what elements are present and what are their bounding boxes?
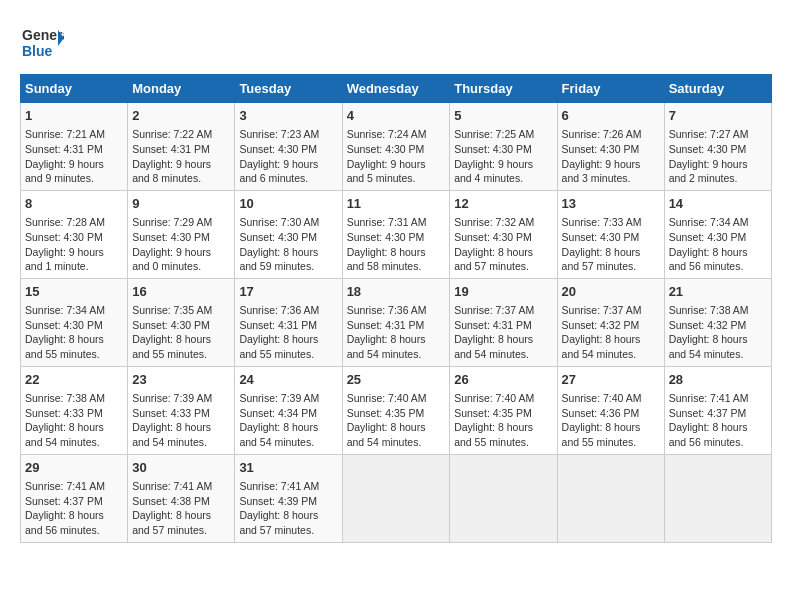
calendar-cell: 3Sunrise: 7:23 AMSunset: 4:30 PMDaylight… <box>235 103 342 191</box>
calendar-cell: 21Sunrise: 7:38 AMSunset: 4:32 PMDayligh… <box>664 278 771 366</box>
calendar-week-2: 8Sunrise: 7:28 AMSunset: 4:30 PMDaylight… <box>21 190 772 278</box>
calendar-cell: 24Sunrise: 7:39 AMSunset: 4:34 PMDayligh… <box>235 366 342 454</box>
calendar-cell: 4Sunrise: 7:24 AMSunset: 4:30 PMDaylight… <box>342 103 450 191</box>
header-cell-thursday: Thursday <box>450 75 557 103</box>
header-cell-sunday: Sunday <box>21 75 128 103</box>
calendar-cell: 20Sunrise: 7:37 AMSunset: 4:32 PMDayligh… <box>557 278 664 366</box>
header-cell-friday: Friday <box>557 75 664 103</box>
calendar-cell <box>342 454 450 542</box>
calendar-cell <box>450 454 557 542</box>
logo: GeneralBlue <box>20 20 64 64</box>
page-header: GeneralBlue <box>20 20 772 64</box>
calendar-cell: 19Sunrise: 7:37 AMSunset: 4:31 PMDayligh… <box>450 278 557 366</box>
calendar-cell: 8Sunrise: 7:28 AMSunset: 4:30 PMDaylight… <box>21 190 128 278</box>
calendar-cell: 15Sunrise: 7:34 AMSunset: 4:30 PMDayligh… <box>21 278 128 366</box>
calendar-cell: 31Sunrise: 7:41 AMSunset: 4:39 PMDayligh… <box>235 454 342 542</box>
calendar-week-1: 1Sunrise: 7:21 AMSunset: 4:31 PMDaylight… <box>21 103 772 191</box>
calendar-cell: 29Sunrise: 7:41 AMSunset: 4:37 PMDayligh… <box>21 454 128 542</box>
calendar-cell: 11Sunrise: 7:31 AMSunset: 4:30 PMDayligh… <box>342 190 450 278</box>
calendar-cell: 17Sunrise: 7:36 AMSunset: 4:31 PMDayligh… <box>235 278 342 366</box>
calendar-cell: 7Sunrise: 7:27 AMSunset: 4:30 PMDaylight… <box>664 103 771 191</box>
header-cell-tuesday: Tuesday <box>235 75 342 103</box>
svg-text:General: General <box>22 27 64 43</box>
header-cell-wednesday: Wednesday <box>342 75 450 103</box>
calendar-cell: 2Sunrise: 7:22 AMSunset: 4:31 PMDaylight… <box>128 103 235 191</box>
calendar-week-5: 29Sunrise: 7:41 AMSunset: 4:37 PMDayligh… <box>21 454 772 542</box>
calendar-cell: 30Sunrise: 7:41 AMSunset: 4:38 PMDayligh… <box>128 454 235 542</box>
calendar-cell: 5Sunrise: 7:25 AMSunset: 4:30 PMDaylight… <box>450 103 557 191</box>
header-cell-monday: Monday <box>128 75 235 103</box>
calendar-cell: 26Sunrise: 7:40 AMSunset: 4:35 PMDayligh… <box>450 366 557 454</box>
calendar-cell: 22Sunrise: 7:38 AMSunset: 4:33 PMDayligh… <box>21 366 128 454</box>
calendar-cell: 25Sunrise: 7:40 AMSunset: 4:35 PMDayligh… <box>342 366 450 454</box>
calendar-cell: 14Sunrise: 7:34 AMSunset: 4:30 PMDayligh… <box>664 190 771 278</box>
calendar-cell: 18Sunrise: 7:36 AMSunset: 4:31 PMDayligh… <box>342 278 450 366</box>
calendar-cell: 13Sunrise: 7:33 AMSunset: 4:30 PMDayligh… <box>557 190 664 278</box>
calendar-cell: 1Sunrise: 7:21 AMSunset: 4:31 PMDaylight… <box>21 103 128 191</box>
calendar-cell: 28Sunrise: 7:41 AMSunset: 4:37 PMDayligh… <box>664 366 771 454</box>
calendar-table: SundayMondayTuesdayWednesdayThursdayFrid… <box>20 74 772 543</box>
logo-svg: GeneralBlue <box>20 20 64 64</box>
header-row: SundayMondayTuesdayWednesdayThursdayFrid… <box>21 75 772 103</box>
calendar-cell: 27Sunrise: 7:40 AMSunset: 4:36 PMDayligh… <box>557 366 664 454</box>
calendar-cell: 12Sunrise: 7:32 AMSunset: 4:30 PMDayligh… <box>450 190 557 278</box>
calendar-cell: 6Sunrise: 7:26 AMSunset: 4:30 PMDaylight… <box>557 103 664 191</box>
calendar-cell: 23Sunrise: 7:39 AMSunset: 4:33 PMDayligh… <box>128 366 235 454</box>
calendar-cell: 10Sunrise: 7:30 AMSunset: 4:30 PMDayligh… <box>235 190 342 278</box>
calendar-cell: 9Sunrise: 7:29 AMSunset: 4:30 PMDaylight… <box>128 190 235 278</box>
calendar-cell <box>557 454 664 542</box>
calendar-cell <box>664 454 771 542</box>
calendar-week-3: 15Sunrise: 7:34 AMSunset: 4:30 PMDayligh… <box>21 278 772 366</box>
calendar-week-4: 22Sunrise: 7:38 AMSunset: 4:33 PMDayligh… <box>21 366 772 454</box>
calendar-cell: 16Sunrise: 7:35 AMSunset: 4:30 PMDayligh… <box>128 278 235 366</box>
svg-text:Blue: Blue <box>22 43 53 59</box>
header-cell-saturday: Saturday <box>664 75 771 103</box>
